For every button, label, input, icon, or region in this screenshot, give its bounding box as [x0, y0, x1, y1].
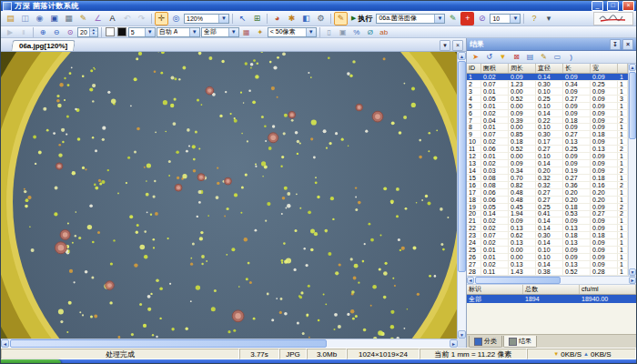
table-row[interactable]: 10.020.090.140.090.091 [467, 74, 628, 81]
table-row[interactable]: 170.060.480.270.200.201 [467, 189, 628, 197]
export-result-icon[interactable]: ➤ [470, 51, 481, 63]
column-header[interactable]: 宽 [591, 64, 618, 73]
add-colony-icon[interactable]: + [460, 12, 474, 25]
table-scroll-left-icon[interactable]: ◄ [467, 277, 474, 284]
table-row[interactable]: 190.050.450.250.180.092 [467, 204, 628, 211]
pin-icon[interactable]: ↧ [610, 39, 621, 50]
print-report-icon[interactable]: ▦ [240, 26, 253, 38]
image-select-combo[interactable]: 06a.菌落图像▼ [376, 14, 445, 24]
table-row[interactable]: 110.060.520.270.250.132 [467, 146, 628, 153]
class-filter-combo[interactable]: 全部▼ [201, 27, 239, 37]
maximize-button[interactable]: □ [607, 1, 619, 11]
table-row[interactable]: 60.020.090.140.090.091 [467, 110, 628, 117]
save-icon[interactable]: ▣ [47, 12, 61, 25]
measure-icon[interactable]: ∠ [91, 12, 105, 25]
marker-pen-icon[interactable]: ✎ [334, 12, 348, 25]
scroll-down-icon[interactable]: ▼ [458, 330, 466, 339]
rect-select-icon[interactable]: ▭ [551, 51, 563, 63]
line-width-combo[interactable]: 5▼ [128, 27, 156, 37]
table-row[interactable]: 210.020.090.140.090.091 [467, 217, 628, 225]
remove-colony-icon[interactable]: ⊘ [475, 12, 489, 25]
start-button[interactable] [1, 359, 61, 364]
table-scroll-up-icon[interactable]: ▲ [629, 64, 636, 71]
summary-row[interactable]: 全部 1894 18940.00 [467, 295, 636, 303]
table-row[interactable]: 270.020.130.140.130.091 [467, 261, 628, 268]
table-scroll-right-icon[interactable]: ► [629, 277, 636, 284]
settings-icon[interactable]: ⚙ [314, 12, 328, 25]
panel-tab-active[interactable]: 结果 [503, 336, 537, 348]
panel-close-icon[interactable]: × [622, 39, 633, 50]
pointer-icon[interactable]: ↖ [236, 12, 249, 25]
table-row[interactable]: 180.060.480.270.200.201 [467, 197, 628, 204]
table-row[interactable]: 200.141.940.410.530.272 [467, 211, 628, 218]
new-page-icon[interactable]: ▯ [323, 26, 336, 38]
scroll-right-icon[interactable]: ► [450, 339, 458, 348]
curve-icon[interactable]: ) [565, 51, 577, 63]
pen-size-combo[interactable]: 10▼ [490, 14, 521, 24]
scroll-left-icon[interactable]: ◄ [1, 339, 9, 348]
zoom-level-combo[interactable]: 120%▼ [184, 14, 229, 24]
min-size-combo[interactable]: < 50像素▼ [268, 27, 317, 37]
close-button[interactable]: × [622, 1, 634, 11]
table-row[interactable]: 80.010.000.100.090.091 [467, 124, 628, 131]
tab-list-button[interactable]: ▾ [440, 40, 450, 51]
zoom-tool-icon[interactable]: ◎ [169, 12, 183, 25]
image-vertical-scrollbar[interactable]: ▲ ▼ [457, 52, 466, 339]
table-row[interactable]: 230.070.620.300.180.181 [467, 232, 628, 239]
pan-tool-icon[interactable]: ✛ [155, 12, 168, 25]
results-table-header[interactable]: ID面积周长直径长宽 [467, 64, 628, 74]
camera-icon[interactable]: ◉ [33, 12, 46, 25]
chevron-down-icon[interactable]: ▼ [510, 15, 520, 23]
table-row[interactable]: 160.080.820.320.360.162 [467, 182, 628, 189]
table-row[interactable]: 240.020.130.140.130.091 [467, 239, 628, 247]
label-icon[interactable]: ab [378, 26, 390, 38]
help-icon[interactable]: ? [527, 12, 541, 25]
column-header[interactable]: 周长 [509, 64, 536, 73]
table-row[interactable]: 280.111.430.380.520.281 [467, 268, 628, 276]
table-row[interactable]: 150.080.700.320.270.181 [467, 175, 628, 182]
print-icon[interactable]: ▦ [62, 12, 76, 25]
text-icon[interactable]: A [106, 12, 119, 25]
table-row[interactable]: 220.020.130.140.130.091 [467, 225, 628, 232]
annotate-icon[interactable]: ✎ [446, 12, 460, 25]
zoom-out-icon[interactable]: ⊖ [50, 26, 63, 38]
image-tab[interactable]: 06a.jpg[120%] [11, 40, 76, 51]
image-horizontal-scrollbar[interactable]: ◄ ► [1, 339, 458, 348]
help-arrow-icon[interactable]: ▾ [541, 12, 555, 25]
column-header[interactable]: 直径 [536, 64, 563, 73]
petri-dish-image[interactable] [1, 52, 457, 339]
table-row[interactable]: 50.010.000.100.090.091 [467, 103, 628, 110]
table-scroll-down-icon[interactable]: ▼ [629, 268, 636, 276]
zoom-actual-icon[interactable]: ⊙ [64, 26, 76, 38]
diameter-icon[interactable]: Ø [364, 26, 377, 38]
acquire-icon[interactable]: ◫ [18, 12, 32, 25]
column-header[interactable]: 长 [563, 64, 591, 73]
table-vertical-scrollbar[interactable]: ▲ ▼ [628, 64, 636, 276]
edit-row-icon[interactable]: ✎ [538, 51, 550, 63]
foreground-swatch[interactable] [106, 27, 115, 36]
mode-combo[interactable]: 自动 A▼ [157, 27, 200, 37]
threshold-spinner[interactable]: 20▲▼ [77, 27, 98, 37]
mark-colony-icon[interactable]: ◕ [270, 12, 284, 25]
table-row[interactable]: 250.010.000.100.090.091 [467, 247, 628, 254]
copy-page-icon[interactable]: ▣ [337, 26, 349, 38]
table-row[interactable]: 140.030.340.200.190.092 [467, 167, 628, 175]
open-icon[interactable]: ▤ [4, 12, 17, 25]
table-row[interactable]: 130.020.090.140.090.091 [467, 160, 628, 167]
tab-close-button[interactable]: × [452, 40, 463, 51]
minimize-button[interactable]: _ [592, 1, 603, 11]
background-swatch[interactable] [117, 27, 126, 36]
table-horizontal-scrollbar[interactable]: ◄ ► [467, 276, 636, 285]
spin-down-icon[interactable]: ▼ [90, 32, 97, 36]
table-row[interactable]: 100.020.180.170.130.091 [467, 138, 628, 146]
table-row[interactable]: 30.010.000.100.090.091 [467, 88, 628, 96]
chevron-down-icon[interactable]: ▼ [434, 15, 444, 23]
chevron-down-icon[interactable]: ▼ [218, 15, 228, 23]
chevron-down-icon[interactable]: ▼ [228, 28, 238, 36]
column-header-partial[interactable] [618, 64, 628, 73]
execute-button[interactable]: ▶执行 [349, 14, 375, 24]
scroll-up-icon[interactable]: ▲ [458, 52, 466, 60]
table-row[interactable]: 20.071.230.300.340.251 [467, 81, 628, 88]
delete-row-icon[interactable]: ⊠ [511, 51, 522, 63]
magic-wand-icon[interactable]: ✦ [254, 26, 267, 38]
